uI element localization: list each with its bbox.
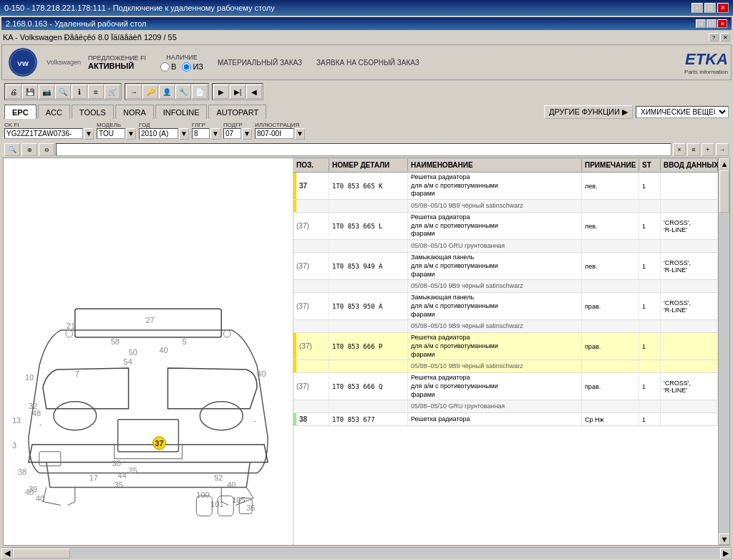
cell-partnum: 1T0 853 949 A	[329, 253, 408, 279]
search-icon-btn[interactable]: 🔍	[4, 143, 20, 156]
zoom-out-btn[interactable]: ⊖	[39, 143, 54, 156]
cell-st: 1	[639, 333, 661, 359]
cell-input	[661, 280, 718, 292]
cell-note	[582, 240, 639, 252]
camera-btn[interactable]: 📷	[39, 85, 54, 99]
tabs-row: EPC ACC TOOLS NORA INFOLINE AUTOPART ДРУ…	[1, 102, 732, 119]
tab-autopart[interactable]: AUTOPART	[208, 105, 266, 119]
main-toolbar: 🖨 💾 📷 🔍 ℹ ≡ 🛒 → 🔑 👤 🔧 📄 ▶ ▶| ◀	[1, 82, 732, 102]
table-row[interactable]: 05/08–05/10 GRU грунтованная	[293, 400, 718, 413]
other-func-button[interactable]: ДРУГИЕ ФУНКЦИИ ▶	[544, 105, 633, 119]
close-button[interactable]: ✕	[717, 3, 729, 13]
presence-iz[interactable]: ИЗ	[182, 62, 203, 72]
cell-name: 05/08–05/10 9B9 чёрный satinschwarz	[408, 200, 582, 212]
glgr-dropdown[interactable]: ▼	[210, 128, 220, 140]
main-search-input[interactable]	[56, 143, 671, 156]
table-row[interactable]: (37) 1T0 853 666 P Решетка радиаторадля …	[293, 333, 718, 360]
scroll-left-btn[interactable]: ◀	[1, 548, 13, 559]
scroll-track[interactable]	[719, 170, 729, 534]
tab-nora[interactable]: NORA	[115, 105, 154, 119]
year-dropdown[interactable]: ▼	[179, 128, 189, 140]
year-input[interactable]	[139, 128, 178, 139]
maximize-button[interactable]: □	[704, 3, 716, 13]
svg-text:21: 21	[67, 322, 75, 330]
save-btn[interactable]: 💾	[22, 85, 38, 99]
arrow-right-btn[interactable]: →	[716, 143, 729, 156]
inner-minimize[interactable]: −	[696, 19, 706, 28]
inner-maximize[interactable]: □	[707, 19, 717, 28]
wrench-btn[interactable]: 🔧	[175, 85, 191, 99]
nav-arrow-left[interactable]: ◀	[246, 85, 262, 99]
help-btn[interactable]: ?	[709, 33, 719, 42]
h-scroll-thumb[interactable]	[13, 549, 70, 559]
cell-input: 'CROSS','R-LINE'	[661, 253, 718, 279]
table-row[interactable]: 37 1T0 853 665 K Решетка радиаторадля а/…	[293, 173, 718, 200]
inner-close[interactable]: ✕	[717, 19, 727, 28]
svg-text:7: 7	[75, 370, 79, 378]
cell-input	[661, 400, 718, 412]
add-btn[interactable]: +	[702, 143, 714, 156]
brand-label: Volkswagen	[47, 59, 81, 66]
cell-partnum: 1T0 853 677	[329, 413, 408, 425]
table-row[interactable]: 38 1T0 853 677 Решетка радиатора Ср Нж 1	[293, 413, 718, 426]
table-row[interactable]: (37) 1T0 853 949 A Замыкающая панельдля …	[293, 253, 718, 280]
glgr-input[interactable]	[192, 128, 210, 139]
scroll-down-btn[interactable]: ▼	[719, 534, 730, 545]
print-btn[interactable]: 🖨	[6, 85, 21, 99]
cell-pos: (37)	[293, 293, 329, 319]
scroll-right-btn[interactable]: ▶	[720, 548, 732, 559]
h-scroll-track[interactable]	[13, 549, 720, 559]
minimize-button[interactable]: −	[691, 3, 703, 13]
key-btn[interactable]: 🔑	[142, 85, 158, 99]
nav-arrow-right[interactable]: ▶	[213, 85, 229, 99]
nav-skip-right[interactable]: ▶|	[230, 85, 246, 99]
illus-input[interactable]	[255, 128, 294, 139]
svg-text:10: 10	[25, 373, 34, 382]
ck-input[interactable]	[4, 128, 83, 139]
person-btn[interactable]: 👤	[159, 85, 175, 99]
offer-value: АКТИВНЫЙ	[88, 62, 146, 70]
cell-name: 05/08–05/10 9B9 чёрный satinschwarz	[408, 320, 582, 332]
horizontal-scrollbar[interactable]: ◀ ▶	[1, 547, 732, 559]
tab-tools[interactable]: TOOLS	[72, 105, 114, 119]
app-close-btn[interactable]: ✕	[720, 33, 730, 42]
tab-epc[interactable]: EPC	[4, 105, 37, 119]
arrow-btn[interactable]: →	[126, 85, 142, 99]
table-row[interactable]: 05/08–05/10 GRU грунтованная	[293, 240, 718, 253]
tab-infoline[interactable]: INFOLINE	[155, 105, 208, 119]
nav-search-btn[interactable]: ≡	[687, 143, 700, 156]
svg-text:50: 50	[129, 348, 137, 357]
scroll-up-btn[interactable]: ▲	[719, 158, 730, 170]
podgr-dropdown[interactable]: ▼	[242, 128, 252, 140]
table-row[interactable]: (37) 1T0 853 950 A Замыкающая панельдля …	[293, 293, 718, 320]
podgr-input[interactable]	[223, 128, 241, 139]
table-row[interactable]: 05/08–05/10 9B9 чёрный satinschwarz	[293, 320, 718, 333]
illus-dropdown[interactable]: ▼	[295, 128, 305, 140]
col-name: НАИМЕНОВАНИЕ	[408, 159, 582, 171]
table-row[interactable]: 05/08–05/10 9B9 чёрный satinschwarz	[293, 280, 718, 293]
zoom-btn[interactable]: ⊕	[21, 143, 37, 156]
doc-btn[interactable]: 📄	[192, 85, 208, 99]
scroll-thumb[interactable]	[719, 170, 729, 213]
cart-btn[interactable]: 🛒	[105, 85, 120, 99]
model-dropdown[interactable]: ▼	[126, 128, 136, 140]
clear-search-btn[interactable]: ×	[673, 143, 686, 156]
svg-text:27: 27	[145, 316, 154, 324]
table-row[interactable]: 05/08–05/10 9B9 чёрный satinschwarz	[293, 360, 718, 373]
presence-b[interactable]: В	[160, 62, 176, 72]
ck-dropdown[interactable]: ▼	[84, 128, 94, 140]
table-row[interactable]: (37) 1T0 853 666 Q Решетка радиаторадля …	[293, 373, 718, 400]
table-row[interactable]: (37) 1T0 853 665 L Решетка радиаторадля …	[293, 213, 718, 240]
chem-select[interactable]: ХИМИЧЕСКИЕ ВЕЩЕС	[636, 106, 729, 118]
model-input[interactable]	[97, 128, 125, 139]
list-btn[interactable]: ≡	[88, 85, 104, 99]
svg-text:30: 30	[112, 459, 121, 468]
vertical-scrollbar[interactable]: ▲ ▼	[718, 158, 729, 545]
info-btn[interactable]: ℹ	[72, 85, 87, 99]
table-row[interactable]: 05/08–05/10 9B9 чёрный satinschwarz	[293, 200, 718, 213]
search-btn[interactable]: 🔍	[55, 85, 71, 99]
svg-text:44: 44	[118, 471, 127, 480]
tab-acc[interactable]: ACC	[38, 105, 70, 119]
cell-pos: (37)	[293, 253, 329, 279]
cell-note	[582, 280, 639, 292]
